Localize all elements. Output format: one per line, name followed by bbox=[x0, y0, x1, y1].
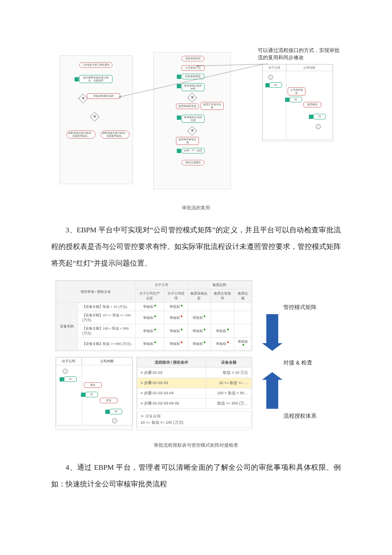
label-process-auth: 流程授权体系 bbox=[283, 412, 317, 420]
status-dot-green bbox=[181, 305, 182, 306]
status-dot-green bbox=[154, 315, 156, 317]
matrix-cell: 审批权 bbox=[164, 303, 188, 311]
matrix-panel: 管控事项 / 授权主体 分子公司 集团总部 分子公司生产总监 分子公司经理 集团… bbox=[55, 280, 252, 351]
path-row: ≡ 步骤 01-02-03-04-05 bbox=[137, 399, 206, 409]
status-dot-green bbox=[242, 344, 244, 346]
matrix-cell: 审批权 bbox=[234, 338, 251, 350]
paragraph-4: 4、通过 EBPM 平台，管理者可以清晰全面的了解全公司的审批事项和具体权限。例… bbox=[51, 459, 341, 492]
status-dot-green bbox=[154, 341, 156, 343]
matrix-cell: 审批权 bbox=[211, 324, 234, 338]
flow-step: 03 bbox=[110, 409, 122, 414]
path-value: 取值 >= 500 (万… bbox=[206, 399, 252, 409]
matrix-cell: 审核权 bbox=[164, 338, 188, 350]
figure-2-caption: 审批流程授权表与管控模式矩阵对接检查 bbox=[51, 442, 341, 448]
condition-box: ➤ 设备金额 10 <= 取值 <= 100 (万元) bbox=[137, 411, 252, 428]
path-row: ≡ 步骤 01-02-03 bbox=[137, 378, 206, 388]
control-matrix-table: 管控事项 / 授权主体 分子公司 集团总部 分子公司生产总监 分子公司经理 集团… bbox=[56, 280, 252, 350]
arrow-up-icon bbox=[266, 379, 278, 409]
paragraph-3: 3、EBPM 平台中可实现对“公司管控模式矩阵”的定义，并且平台可以自动检查审批… bbox=[51, 222, 341, 272]
matrix-row-label: 【设备金额】取值 >= 500 (万元) bbox=[78, 338, 135, 350]
matrix-row-label: 【设备金额】取值 < 10 (万元) bbox=[78, 303, 135, 311]
flow-step: 复核 bbox=[100, 398, 118, 403]
matrix-row-label: 【设备金额】100 < 取值 < 500 (万元) bbox=[78, 324, 135, 338]
swimlane-panel: 分子公司 公司内部 01 审批 02 复核 03 bbox=[55, 357, 133, 430]
matrix-cell: 审核权 bbox=[164, 324, 188, 338]
svg-line-1 bbox=[196, 64, 268, 66]
matrix-cell: 审核权 bbox=[135, 303, 164, 311]
figure-1-caption: 审批流的复用 bbox=[51, 205, 341, 211]
status-dot-red bbox=[181, 341, 182, 343]
status-dot-red bbox=[227, 341, 229, 343]
flow-step: 01 bbox=[64, 376, 77, 382]
matrix-col: 分子公司经理 bbox=[164, 289, 188, 303]
label-check: 对接 & 检查 bbox=[283, 359, 312, 367]
paths-header: 设备金额 bbox=[206, 358, 252, 368]
tag-icon bbox=[105, 410, 110, 414]
figure-1-connector-arrows bbox=[51, 47, 341, 196]
matrix-cell: 审核权 bbox=[164, 311, 188, 324]
matrix-col: 分子公司生产总监 bbox=[135, 289, 164, 303]
path-value: 10 <= 取值 <= … bbox=[206, 378, 252, 388]
matrix-col: 集团总裁 bbox=[234, 289, 251, 303]
matrix-cell: 审核权 bbox=[187, 338, 211, 350]
path-value: 100 < 取值 < 50… bbox=[206, 388, 252, 399]
matrix-cell: 审核权 bbox=[135, 324, 164, 338]
path-row: ≡ 步骤 01-02 bbox=[137, 368, 206, 378]
paths-table: 流程路径 / 授权条件 设备金额 ≡ 步骤 01-02 取值 < 10 万元 ≡… bbox=[137, 357, 252, 409]
status-dot-green bbox=[181, 329, 182, 330]
matrix-header: 分子公司 bbox=[135, 281, 187, 289]
matrix-cell: 审核权 bbox=[135, 338, 164, 350]
end-event-icon bbox=[112, 418, 117, 423]
flow-step: 审批 bbox=[84, 382, 102, 388]
swimlane-header: 公司内部 bbox=[82, 357, 133, 365]
matrix-cell: 审核权 bbox=[187, 324, 211, 338]
paths-header: 流程路径 / 授权条件 bbox=[137, 358, 206, 368]
matrix-col: 集团采购总监 bbox=[187, 289, 211, 303]
matrix-header: 集团总部 bbox=[187, 281, 251, 289]
matrix-cell: 审核权 bbox=[135, 311, 164, 324]
matrix-cell: 审核权 bbox=[211, 338, 234, 350]
matrix-col: 集团主管领导 bbox=[211, 289, 234, 303]
svg-line-0 bbox=[118, 64, 264, 97]
path-value: 取值 < 10 万元 bbox=[206, 368, 252, 378]
status-dot-green bbox=[204, 315, 205, 317]
label-control-matrix: 管控模式矩阵 bbox=[283, 304, 317, 311]
matrix-row-label: 【设备金额】10 <= 取值 <= 100 (万元) bbox=[78, 311, 135, 324]
matrix-rowgroup: 设备采购 bbox=[56, 303, 78, 350]
path-row: ≡ 步骤 01-02-03-04 bbox=[137, 388, 206, 399]
status-dot-green bbox=[154, 305, 156, 306]
tag-icon bbox=[81, 393, 85, 397]
tag-icon bbox=[60, 377, 64, 382]
status-dot-green bbox=[227, 329, 229, 330]
matrix-header: 管控事项 / 授权主体 bbox=[56, 281, 135, 303]
status-dot-green bbox=[204, 341, 205, 343]
condition-header: ➤ 设备金额 bbox=[141, 413, 248, 419]
figure-matrix-check: 管控事项 / 授权主体 分子公司 集团总部 分子公司生产总监 分子公司经理 集团… bbox=[51, 280, 341, 438]
paths-panel: 流程路径 / 授权条件 设备金额 ≡ 步骤 01-02 取值 < 10 万元 ≡… bbox=[136, 357, 252, 430]
figure-approval-reuse: 可以通过流程接口的方式，实现审批流的复用和同步修改 工程项目方案已审批通过 提出… bbox=[51, 47, 341, 200]
arrow-down-icon bbox=[266, 314, 278, 344]
matrix-cell: 审批权 bbox=[187, 311, 211, 324]
status-dot-green bbox=[154, 329, 156, 330]
status-dot-green bbox=[204, 329, 205, 330]
flow-step: 02 bbox=[85, 392, 98, 397]
start-event-icon bbox=[63, 369, 68, 374]
condition-value: 10 <= 取值 <= 100 (万元) bbox=[141, 420, 248, 425]
swimlane-header: 分子公司 bbox=[56, 357, 82, 365]
status-dot-red bbox=[181, 315, 182, 317]
